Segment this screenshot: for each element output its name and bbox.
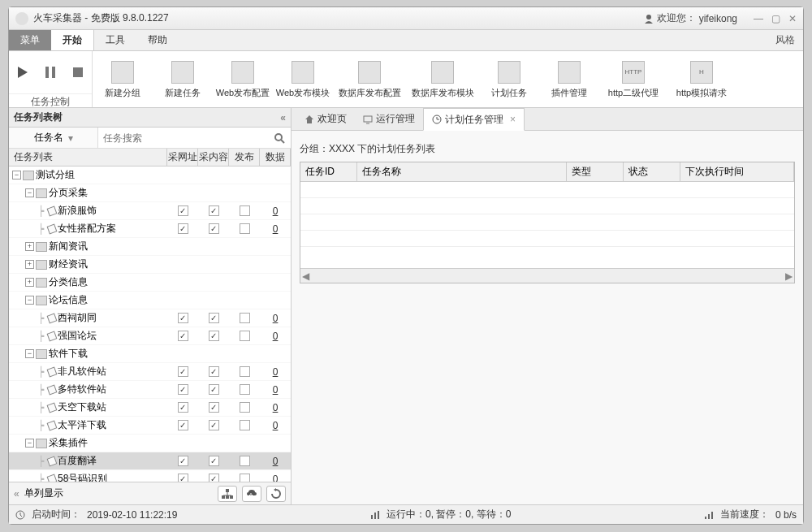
- checkbox[interactable]: [240, 456, 250, 466]
- grid-col-status[interactable]: 状态: [624, 162, 680, 181]
- search-button[interactable]: [268, 128, 291, 148]
- data-count-link[interactable]: 0: [273, 313, 279, 324]
- data-count-link[interactable]: 0: [273, 456, 279, 467]
- maximize-button[interactable]: ▢: [771, 13, 780, 24]
- checkbox[interactable]: [240, 331, 250, 341]
- tree-row[interactable]: −论坛信息: [9, 292, 291, 309]
- plan-task-button[interactable]: 计划任务: [479, 51, 539, 108]
- checkbox[interactable]: ✓: [178, 366, 188, 377]
- grid-col-id[interactable]: 任务ID: [300, 162, 357, 181]
- plan-task-grid[interactable]: 任务ID 任务名称 类型 状态 下次执行时间 ◀▶: [300, 162, 795, 283]
- tree-row[interactable]: −测试分组: [9, 167, 291, 184]
- sitemap-button[interactable]: [218, 486, 237, 502]
- tree-row[interactable]: +财经资讯: [9, 256, 291, 274]
- tree-row[interactable]: ┝强国论坛✓✓0: [9, 327, 291, 345]
- col-data[interactable]: 数据: [260, 149, 291, 166]
- data-count-link[interactable]: 0: [273, 205, 279, 217]
- tree-toggle[interactable]: −: [25, 439, 34, 448]
- tree-row[interactable]: +新闻资讯: [9, 238, 291, 256]
- search-input[interactable]: [98, 128, 268, 148]
- task-tree[interactable]: −测试分组−分页采集┝新浪服饰✓✓0┝女性搭配方案✓✓0+新闻资讯+财经资讯+分…: [9, 167, 291, 482]
- data-count-link[interactable]: 0: [273, 366, 279, 378]
- checkbox[interactable]: ✓: [209, 456, 219, 466]
- grid-col-nextrun[interactable]: 下次执行时间: [680, 162, 794, 181]
- data-count-link[interactable]: 0: [273, 331, 279, 342]
- menu-style[interactable]: 风格: [767, 30, 803, 50]
- tree-row[interactable]: ┝58号码识别✓✓0: [9, 470, 291, 482]
- checkbox[interactable]: ✓: [178, 474, 188, 482]
- checkbox[interactable]: [240, 420, 250, 430]
- tree-toggle[interactable]: +: [25, 242, 34, 251]
- db-publish-module-button[interactable]: 数据库发布模块: [406, 51, 479, 108]
- checkbox[interactable]: ✓: [209, 384, 219, 395]
- tree-toggle[interactable]: −: [25, 296, 34, 305]
- menu-start[interactable]: 开始: [51, 30, 94, 50]
- menu-tools[interactable]: 工具: [94, 30, 136, 50]
- play-button[interactable]: [9, 51, 37, 93]
- col-content[interactable]: 采内容: [198, 149, 229, 166]
- menu-help[interactable]: 帮助: [136, 30, 179, 50]
- checkbox[interactable]: [240, 474, 250, 482]
- checkbox[interactable]: ✓: [209, 223, 219, 234]
- tree-row[interactable]: ┝非凡软件站✓✓0: [9, 363, 291, 381]
- checkbox[interactable]: [240, 366, 250, 377]
- checkbox[interactable]: ✓: [178, 313, 188, 323]
- tree-row[interactable]: −采集插件: [9, 435, 291, 452]
- checkbox[interactable]: ✓: [178, 205, 188, 216]
- pause-button[interactable]: [37, 51, 64, 93]
- checkbox[interactable]: ✓: [209, 402, 219, 413]
- col-name[interactable]: 任务列表: [9, 149, 167, 166]
- tree-row[interactable]: +分类信息: [9, 274, 291, 292]
- cloud-download-button[interactable]: [242, 486, 261, 502]
- tree-toggle[interactable]: −: [12, 171, 21, 179]
- checkbox[interactable]: [240, 205, 250, 216]
- col-publish[interactable]: 发布: [229, 149, 260, 166]
- tree-row[interactable]: ┝新浪服饰✓✓0: [9, 202, 291, 220]
- checkbox[interactable]: ✓: [178, 420, 188, 430]
- stop-button[interactable]: [64, 51, 92, 93]
- checkbox[interactable]: ✓: [209, 331, 219, 341]
- tree-toggle[interactable]: −: [25, 188, 34, 197]
- col-url[interactable]: 采网址: [167, 149, 198, 166]
- tab-run-mgmt[interactable]: 运行管理: [355, 108, 423, 130]
- checkbox[interactable]: [240, 223, 250, 234]
- checkbox[interactable]: [240, 402, 250, 413]
- new-group-button[interactable]: 新建分组: [93, 51, 153, 108]
- tree-row[interactable]: ┝西祠胡同✓✓0: [9, 309, 291, 327]
- menu-app[interactable]: 菜单: [9, 30, 51, 50]
- expand-sidebar-button[interactable]: «: [14, 488, 19, 500]
- data-count-link[interactable]: 0: [273, 474, 279, 482]
- grid-col-type[interactable]: 类型: [567, 162, 624, 181]
- db-publish-config-button[interactable]: 数据库发布配置: [333, 51, 406, 108]
- checkbox[interactable]: ✓: [178, 331, 188, 341]
- data-count-link[interactable]: 0: [273, 223, 279, 235]
- collapse-sidebar-button[interactable]: «: [280, 112, 286, 123]
- tree-row[interactable]: −软件下载: [9, 345, 291, 363]
- new-task-button[interactable]: 新建任务: [153, 51, 213, 108]
- grid-col-name[interactable]: 任务名称: [357, 162, 567, 181]
- tree-row[interactable]: ┝太平洋下载✓✓0: [9, 417, 291, 435]
- web-publish-module-button[interactable]: Web发布模块: [273, 51, 333, 108]
- tree-row[interactable]: ┝天空下载站✓✓0: [9, 399, 291, 417]
- close-button[interactable]: ✕: [788, 13, 797, 24]
- checkbox[interactable]: ✓: [178, 402, 188, 413]
- data-count-link[interactable]: 0: [273, 402, 279, 413]
- checkbox[interactable]: ✓: [178, 384, 188, 395]
- tree-row[interactable]: −分页采集: [9, 184, 291, 202]
- http-simulate-button[interactable]: Hhttp模拟请求: [667, 51, 736, 108]
- web-publish-config-button[interactable]: Web发布配置: [213, 51, 273, 108]
- checkbox[interactable]: ✓: [209, 474, 219, 482]
- tree-row[interactable]: ┝多特软件站✓✓0: [9, 381, 291, 399]
- tree-row[interactable]: ┝百度翻译✓✓0: [9, 452, 291, 470]
- checkbox[interactable]: [240, 313, 250, 323]
- plugin-mgmt-button[interactable]: 插件管理: [539, 51, 599, 108]
- refresh-button[interactable]: [266, 486, 286, 502]
- tree-row[interactable]: ┝女性搭配方案✓✓0: [9, 220, 291, 238]
- minimize-button[interactable]: —: [754, 13, 763, 24]
- search-type-combo[interactable]: 任务名: [9, 128, 98, 148]
- tab-welcome[interactable]: 欢迎页: [296, 108, 355, 130]
- tree-toggle[interactable]: +: [25, 278, 34, 287]
- tab-close-button[interactable]: ×: [510, 114, 516, 125]
- grid-hscrollbar[interactable]: ◀▶: [300, 268, 794, 283]
- checkbox[interactable]: ✓: [178, 456, 188, 466]
